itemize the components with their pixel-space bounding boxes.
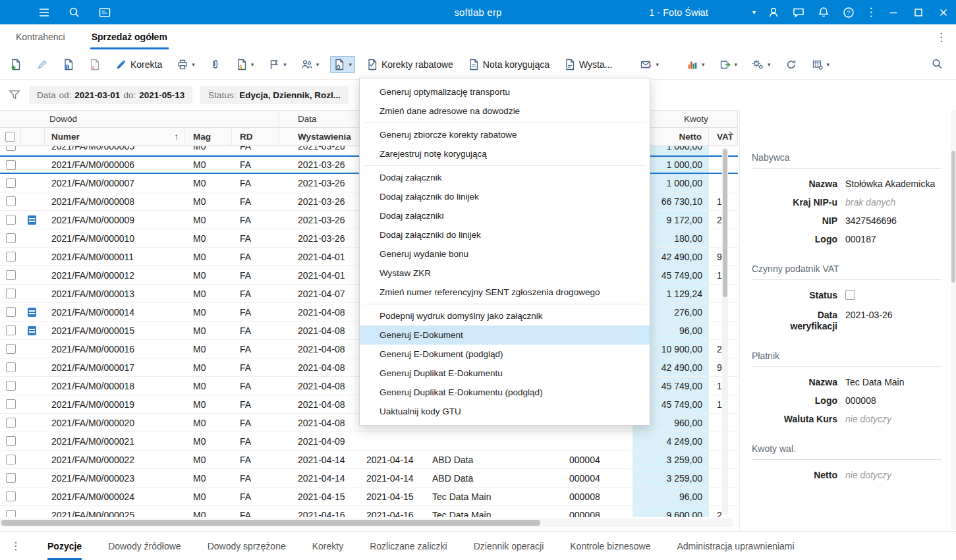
attachment-button[interactable] bbox=[206, 56, 225, 73]
korekta-button[interactable]: Korekta bbox=[112, 56, 165, 73]
menu-item[interactable]: Generuj E-Dokument (podgląd) bbox=[360, 345, 650, 364]
bottom-more-icon[interactable]: ⋮ bbox=[11, 540, 21, 552]
tabrow-more-icon[interactable]: ⋮ bbox=[936, 30, 947, 44]
send-document-button[interactable]: ▾ bbox=[636, 56, 662, 73]
row-checkbox[interactable] bbox=[6, 196, 16, 206]
row-checkbox[interactable] bbox=[6, 362, 16, 372]
menu-item[interactable]: Generuj Duplikat E-Dokumentu (podgląd) bbox=[360, 383, 650, 402]
bottom-tab-7[interactable]: Administracja uprawnieniami bbox=[677, 532, 794, 560]
menu-item[interactable]: Podepnij wydruk domyślny jako załącznik bbox=[360, 306, 650, 325]
menu-item[interactable]: Dodaj załącznik bbox=[360, 168, 650, 187]
document-info-button[interactable]: i bbox=[59, 56, 78, 73]
print-button[interactable]: ▾ bbox=[173, 56, 198, 73]
bottom-tab-4[interactable]: Rozliczane zaliczki bbox=[370, 532, 447, 560]
menu-item[interactable]: Generuj wydanie bonu bbox=[360, 244, 650, 264]
help-icon[interactable]: ? bbox=[836, 0, 861, 24]
row-checkbox[interactable] bbox=[6, 178, 16, 188]
menu-item[interactable]: Generuj Duplikat E-Dokumentu bbox=[360, 364, 650, 383]
header-numer[interactable]: Numer↑ bbox=[45, 128, 184, 146]
menu-item[interactable]: Wystaw ZKR bbox=[360, 264, 650, 283]
header-rd[interactable]: RD bbox=[232, 128, 279, 146]
panel-scrollbar[interactable] bbox=[951, 110, 956, 530]
row-checkbox[interactable] bbox=[6, 215, 16, 225]
row-checkbox[interactable] bbox=[6, 455, 16, 464]
refresh-button[interactable] bbox=[782, 56, 801, 73]
status-checkbox[interactable] bbox=[845, 290, 855, 300]
menu-item[interactable]: Zarejestruj notę korygującą bbox=[360, 144, 650, 163]
header-vat[interactable]: VAT bbox=[709, 128, 738, 146]
company-selector[interactable]: 1 - Foto Świat ▾ bbox=[596, 0, 761, 24]
bottom-tab-5[interactable]: Dziennik operacji bbox=[474, 532, 544, 560]
table-search-button[interactable] bbox=[928, 55, 947, 73]
table-horizontal-scrollbar[interactable] bbox=[0, 518, 733, 527]
row-checkbox[interactable] bbox=[6, 473, 16, 483]
row-checkbox[interactable] bbox=[6, 491, 16, 501]
menu-item[interactable]: Generuj optymalizację transportu bbox=[360, 82, 650, 101]
nota-korygujaca-button[interactable]: Nota korygująca bbox=[464, 56, 553, 73]
korekty-rabatowe-button[interactable]: Korekty rabatowe bbox=[363, 56, 457, 73]
news-card-icon[interactable] bbox=[96, 4, 113, 21]
row-checkbox[interactable] bbox=[6, 307, 16, 317]
filter-icon[interactable] bbox=[8, 88, 21, 101]
menu-item[interactable]: Generuj E-Dokument bbox=[360, 325, 650, 345]
tab-kontrahenci[interactable]: Kontrahenci bbox=[14, 24, 67, 49]
new-document-button[interactable] bbox=[7, 56, 25, 73]
flag-button[interactable]: ▾ bbox=[265, 56, 290, 73]
menu-item[interactable]: Dodaj załącznik do linijek bbox=[360, 187, 650, 206]
document-actions-button[interactable]: ▾ bbox=[330, 56, 355, 73]
row-checkbox[interactable] bbox=[6, 160, 16, 170]
row-checkbox[interactable] bbox=[6, 510, 16, 517]
close-button[interactable] bbox=[931, 0, 956, 24]
header-mag[interactable]: Mag bbox=[184, 128, 232, 146]
row-checkbox[interactable] bbox=[6, 252, 16, 262]
row-checkbox[interactable] bbox=[6, 381, 16, 391]
fiscal-document-button[interactable]: $ ▾ bbox=[233, 56, 258, 73]
bottom-tab-3[interactable]: Korekty bbox=[312, 532, 343, 560]
table-row[interactable]: 2021/FA/M0/000022M0FA2021-04-142021-04-1… bbox=[0, 451, 738, 469]
row-checkbox[interactable] bbox=[6, 325, 16, 335]
row-checkbox[interactable] bbox=[6, 418, 16, 428]
menu-item[interactable]: Uaktualnij kody GTU bbox=[360, 402, 650, 421]
contractors-button[interactable]: ▾ bbox=[298, 56, 323, 73]
tab-sprzedaz-ogolem[interactable]: Sprzedaż ogółem bbox=[90, 24, 169, 49]
table-row[interactable]: 2021/FA/M0/000023M0FA2021-04-142021-04-1… bbox=[0, 469, 738, 488]
menu-item[interactable]: Dodaj załączniki bbox=[360, 206, 650, 225]
row-checkbox[interactable] bbox=[6, 146, 16, 151]
edit-button[interactable] bbox=[33, 56, 51, 73]
search-icon[interactable] bbox=[66, 4, 83, 21]
chat-icon[interactable] bbox=[786, 0, 811, 24]
delete-document-button[interactable] bbox=[86, 56, 104, 73]
table-row[interactable]: 2021/FA/M0/000021M0FA2021-04-094 249,00 bbox=[0, 432, 738, 451]
menu-icon[interactable] bbox=[36, 4, 53, 21]
menu-item[interactable]: Zmień numer referencyjny SENT zgłoszenia… bbox=[360, 283, 650, 302]
menu-item[interactable]: Zmień dane adresowe na dowodzie bbox=[360, 101, 650, 121]
table-row[interactable]: 2021/FA/M0/000025M0FA2021-04-162021-04-1… bbox=[0, 506, 738, 517]
export-button[interactable]: ▾ bbox=[716, 56, 741, 73]
bell-icon[interactable] bbox=[811, 0, 836, 24]
minimize-button[interactable] bbox=[881, 0, 906, 24]
row-checkbox[interactable] bbox=[6, 436, 16, 446]
maximize-button[interactable] bbox=[906, 0, 931, 24]
row-checkbox[interactable] bbox=[6, 344, 16, 354]
header-wystawienia[interactable]: Wystawienia bbox=[279, 128, 361, 146]
menu-item[interactable]: Dodaj załączniki do linijek bbox=[360, 225, 650, 244]
row-checkbox[interactable] bbox=[6, 289, 16, 298]
bottom-tab-2[interactable]: Dowody sprzężone bbox=[208, 532, 286, 560]
expand-panel-icon[interactable]: › bbox=[729, 126, 733, 140]
row-checkbox[interactable] bbox=[6, 399, 16, 409]
bottom-tab-6[interactable]: Kontrole biznesowe bbox=[570, 532, 650, 560]
user-icon[interactable] bbox=[761, 0, 786, 24]
filter-status-chip[interactable]: Status: Edycja, Dziennik, Rozl... bbox=[200, 86, 349, 104]
wystaw-button[interactable]: Wysta... bbox=[561, 56, 615, 73]
scrollbar-thumb[interactable] bbox=[951, 151, 955, 283]
bottom-tab-1[interactable]: Dowody źródłowe bbox=[108, 532, 181, 560]
more-icon[interactable]: ⋮ bbox=[861, 0, 881, 24]
settings-button[interactable]: ▾ bbox=[748, 56, 774, 73]
table-row[interactable]: 2021/FA/M0/000024M0FA2021-04-152021-04-1… bbox=[0, 488, 738, 506]
filter-date-chip[interactable]: Data od: 2021-03-01 do: 2021-05-13 bbox=[29, 86, 192, 104]
select-all-checkbox[interactable] bbox=[5, 132, 15, 142]
chart-button[interactable]: ▾ bbox=[683, 56, 708, 73]
row-checkbox[interactable] bbox=[6, 233, 16, 243]
row-checkbox[interactable] bbox=[6, 270, 16, 280]
table-settings-button[interactable]: ▾ bbox=[808, 56, 833, 73]
